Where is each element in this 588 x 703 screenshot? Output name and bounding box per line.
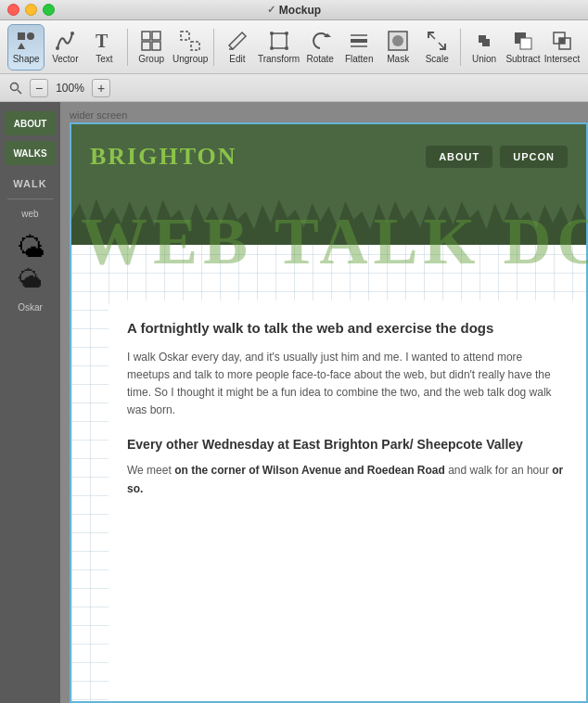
left-divider <box>7 198 54 199</box>
svg-point-15 <box>285 32 288 35</box>
tool-text[interactable]: T Text <box>85 24 122 70</box>
tool-edit[interactable]: Edit <box>219 24 256 70</box>
close-button[interactable] <box>7 4 19 16</box>
secondary-toolbar: − 100% + <box>0 74 588 102</box>
svg-point-31 <box>11 83 19 90</box>
tool-ungroup[interactable]: Ungroup <box>172 24 209 70</box>
main-body-text: I walk Oskar every day, and it's usually… <box>127 349 568 420</box>
web-list-item: web <box>21 209 38 219</box>
tool-intersect[interactable]: Intersect <box>543 24 581 70</box>
union-label: Union <box>472 54 496 64</box>
maximize-button[interactable] <box>43 4 55 16</box>
svg-rect-13 <box>272 33 287 48</box>
svg-rect-10 <box>181 32 189 40</box>
vector-icon <box>54 30 76 52</box>
about-nav-button[interactable]: ABOUT <box>5 111 56 135</box>
flatten-label: Flatten <box>345 54 374 64</box>
tool-subtract[interactable]: Subtract <box>505 24 542 70</box>
search-icon[interactable] <box>7 80 24 96</box>
flatten-icon <box>348 30 370 52</box>
svg-line-25 <box>439 43 445 49</box>
left-panel: ABOUT WALKS WALK web 🌤 🌥 Oskar <box>0 102 60 703</box>
text-label: Text <box>96 54 112 64</box>
oskar-label: Oskar <box>18 302 43 313</box>
subtract-icon <box>512 30 534 52</box>
intersect-label: Intersect <box>544 54 580 64</box>
main-toolbar: Shape Vector T Text Group Ungroup <box>0 20 588 74</box>
svg-point-14 <box>270 32 274 35</box>
shape-icon <box>15 30 37 52</box>
group-label: Group <box>138 54 164 64</box>
svg-rect-0 <box>18 32 25 40</box>
svg-rect-8 <box>142 42 150 50</box>
tool-transform[interactable]: Transform <box>258 24 300 70</box>
svg-line-24 <box>428 32 435 39</box>
wider-screen-label: wider screen <box>70 109 127 121</box>
window-title: Mockup <box>279 4 321 17</box>
zoom-in-button[interactable]: + <box>92 79 110 97</box>
body2-end: and walk for an hour <box>445 464 549 477</box>
svg-rect-6 <box>142 32 150 40</box>
svg-point-1 <box>27 32 34 40</box>
zoom-out-button[interactable]: − <box>30 79 48 97</box>
svg-text:T: T <box>96 31 109 51</box>
toolbar-divider-2 <box>213 29 214 66</box>
nav-upcoming-button[interactable]: UPCON <box>500 146 568 168</box>
svg-line-32 <box>18 90 21 94</box>
tool-rotate[interactable]: Rotate <box>301 24 339 70</box>
mockup-canvas: BRIGHTON ABOUT UPCON WEB TALK DOG A fort… <box>70 122 588 703</box>
mask-label: Mask <box>387 54 409 64</box>
main-heading: A fortnightly walk to talk the web and e… <box>127 319 568 338</box>
body2-bold: on the corner of Wilson Avenue and Roede… <box>174 464 445 477</box>
main-area: ABOUT WALKS WALK web 🌤 🌥 Oskar wider scr… <box>0 102 588 703</box>
tool-union[interactable]: Union <box>466 24 503 70</box>
svg-point-23 <box>392 35 403 46</box>
site-nav: ABOUT UPCON <box>426 146 568 168</box>
svg-rect-30 <box>559 38 565 44</box>
ungroup-icon <box>179 30 201 52</box>
tool-group[interactable]: Group <box>133 24 170 70</box>
svg-rect-7 <box>152 32 160 40</box>
tool-shape[interactable]: Shape <box>7 24 45 70</box>
tool-flatten[interactable]: Flatten <box>340 24 377 70</box>
walks-nav-button[interactable]: WALKS <box>5 141 56 165</box>
site-logo: BRIGHTON <box>90 143 237 171</box>
cloudy-weather-icon: 🌥 <box>19 267 43 291</box>
edit-label: Edit <box>229 54 245 64</box>
edit-icon <box>226 30 249 52</box>
toolbar-divider-3 <box>460 29 461 66</box>
text-tool-icon: T <box>93 30 115 52</box>
minimize-button[interactable] <box>25 4 37 16</box>
vector-label: Vector <box>52 54 78 64</box>
svg-point-16 <box>270 46 274 50</box>
rotate-icon <box>309 30 331 52</box>
svg-rect-9 <box>152 42 160 50</box>
scale-label: Scale <box>426 54 449 64</box>
window-controls[interactable] <box>7 4 55 16</box>
svg-point-3 <box>56 46 59 50</box>
window-title-area: ✓ Mockup <box>267 4 321 17</box>
canvas-area[interactable]: wider screen BRIGHTON ABOUT UPCON WEB T <box>60 102 588 703</box>
scale-icon <box>426 30 448 52</box>
big-title-text: WEB TALK DOG <box>71 208 586 275</box>
tool-scale[interactable]: Scale <box>418 24 455 70</box>
nav-about-button[interactable]: ABOUT <box>426 146 492 168</box>
transform-label: Transform <box>258 54 300 64</box>
shape-label: Shape <box>13 54 40 64</box>
weather-area: 🌤 🌥 <box>5 234 56 291</box>
svg-marker-2 <box>18 43 25 49</box>
tool-mask[interactable]: Mask <box>379 24 416 70</box>
body2-start: We meet <box>127 464 174 477</box>
tool-vector[interactable]: Vector <box>46 24 83 70</box>
title-bar: ✓ Mockup <box>0 0 588 20</box>
svg-point-4 <box>70 32 74 35</box>
rotate-label: Rotate <box>306 54 333 64</box>
intersect-icon <box>551 30 573 52</box>
mask-icon <box>387 30 409 52</box>
site-header: BRIGHTON ABOUT UPCON <box>71 124 586 189</box>
svg-rect-19 <box>351 39 367 43</box>
ungroup-label: Ungroup <box>173 54 208 64</box>
svg-rect-27 <box>520 38 531 49</box>
group-icon <box>140 30 162 52</box>
walk-label: WALK <box>13 178 46 189</box>
